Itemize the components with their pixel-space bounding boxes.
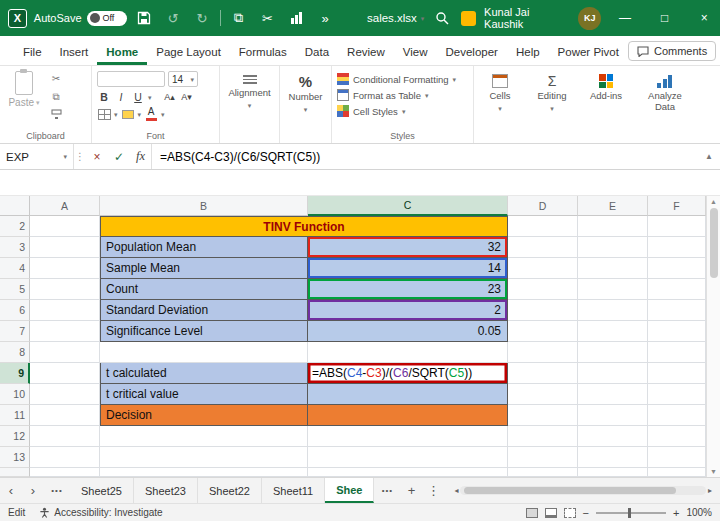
underline-button[interactable]: U (131, 90, 145, 104)
cell-A4[interactable] (30, 258, 100, 279)
close-button[interactable]: × (688, 0, 720, 36)
sheet-list-ellipsis-icon[interactable]: ••• (44, 478, 70, 503)
cell-B13[interactable] (100, 447, 308, 468)
styles-group-label[interactable]: Styles (332, 131, 473, 141)
copy-icon[interactable]: ⧉ (47, 89, 65, 104)
document-title[interactable]: sales.xlsx ▾ (367, 12, 424, 24)
fill-color-icon[interactable] (121, 107, 135, 121)
cell-A5[interactable] (30, 279, 100, 300)
vertical-scroll-thumb[interactable] (710, 208, 718, 278)
cell-D13[interactable] (508, 447, 578, 468)
cut-icon[interactable]: ✂ (47, 71, 65, 86)
row-header-2[interactable]: 2 (0, 216, 30, 237)
sheet-tab-sheet22[interactable]: Sheet22 (198, 478, 262, 503)
cell-E7[interactable] (578, 321, 648, 342)
decrease-font-icon[interactable]: A▾ (180, 90, 194, 104)
cell-A9[interactable] (30, 363, 100, 384)
sheet-options-kebab-icon[interactable]: ⋮ (422, 478, 444, 503)
sheet-tab-active[interactable]: Shee (325, 478, 374, 503)
cell-C12[interactable] (308, 426, 508, 447)
excel-app-icon[interactable]: X (8, 9, 27, 28)
cell-C14[interactable] (308, 468, 508, 477)
cell-F14[interactable] (648, 468, 706, 477)
row-header-13[interactable]: 13 (0, 447, 30, 468)
tab-power-pivot[interactable]: Power Pivot (549, 40, 628, 65)
cells-button[interactable]: Cells ▾ (479, 71, 521, 112)
bold-button[interactable]: B (97, 90, 111, 104)
cell-C11[interactable] (308, 405, 508, 426)
cell-C10[interactable] (308, 384, 508, 405)
alignment-button[interactable]: Alignment ▾ (225, 71, 274, 109)
row-header-11[interactable]: 11 (0, 405, 30, 426)
horizontal-scroll-thumb[interactable] (464, 487, 676, 494)
cell-F6[interactable] (648, 300, 706, 321)
more-commands-icon[interactable]: » (314, 6, 336, 30)
cut-icon[interactable]: ✂ (257, 6, 279, 30)
cell-A3[interactable] (30, 237, 100, 258)
row-header-10[interactable]: 10 (0, 384, 30, 405)
cell-D8[interactable] (508, 342, 578, 363)
cell-E2[interactable] (578, 216, 648, 237)
sheet-tab-sheet23[interactable]: Sheet23 (134, 478, 198, 503)
scroll-right-icon[interactable]: ▸ (708, 486, 712, 495)
cell-A12[interactable] (30, 426, 100, 447)
cell-F11[interactable] (648, 405, 706, 426)
comments-button[interactable]: Comments (628, 41, 716, 61)
zoom-slider-handle[interactable] (628, 508, 631, 518)
row-header-4[interactable]: 4 (0, 258, 30, 279)
clipboard-group-label[interactable]: Clipboard (0, 131, 91, 141)
cell-A6[interactable] (30, 300, 100, 321)
cell-F13[interactable] (648, 447, 706, 468)
cell-D9[interactable] (508, 363, 578, 384)
cell-D7[interactable] (508, 321, 578, 342)
cell-B5[interactable]: Count (100, 279, 308, 300)
column-header-D[interactable]: D (508, 196, 578, 216)
avatar[interactable]: KJ (578, 7, 601, 30)
tab-home[interactable]: Home (97, 40, 147, 65)
row-header-partial[interactable] (0, 468, 30, 477)
tab-page-layout[interactable]: Page Layout (147, 40, 230, 65)
scroll-up-icon[interactable]: ▲ (710, 198, 717, 205)
normal-view-icon[interactable] (526, 508, 538, 518)
minimize-button[interactable]: — (609, 0, 641, 36)
cell-B6[interactable]: Standard Deviation (100, 300, 308, 321)
column-header-C[interactable]: C (308, 196, 508, 216)
cell-E10[interactable] (578, 384, 648, 405)
cell-D6[interactable] (508, 300, 578, 321)
row-header-12[interactable]: 12 (0, 426, 30, 447)
column-header-A[interactable]: A (30, 196, 100, 216)
cell-C5[interactable]: 23 (308, 279, 508, 300)
font-name-select[interactable] (97, 71, 165, 87)
cell-D14[interactable] (508, 468, 578, 477)
enter-button[interactable]: ✓ (108, 144, 130, 169)
increase-font-icon[interactable]: A▴ (163, 90, 177, 104)
cell-B8[interactable] (100, 342, 308, 363)
font-size-select[interactable]: 14▾ (168, 71, 198, 87)
cell-B2-title[interactable]: TINV Function (100, 216, 508, 237)
scroll-left-icon[interactable]: ◂ (454, 486, 458, 495)
paste-button[interactable]: Paste▾ (5, 71, 43, 108)
tab-help[interactable]: Help (507, 40, 549, 65)
zoom-out-icon[interactable]: − (583, 507, 589, 519)
scroll-down-icon[interactable]: ▼ (710, 468, 717, 475)
tab-formulas[interactable]: Formulas (230, 40, 296, 65)
copy-icon[interactable]: ⧉ (228, 6, 250, 30)
chart-icon[interactable] (285, 6, 307, 30)
cell-C8[interactable] (308, 342, 508, 363)
cell-D12[interactable] (508, 426, 578, 447)
cell-A7[interactable] (30, 321, 100, 342)
zoom-in-icon[interactable]: + (673, 507, 679, 519)
row-header-5[interactable]: 5 (0, 279, 30, 300)
cell-E5[interactable] (578, 279, 648, 300)
cell-F10[interactable] (648, 384, 706, 405)
formula-input[interactable]: =ABS(C4-C3)/(C6/SQRT(C5)) (152, 144, 698, 169)
cell-F7[interactable] (648, 321, 706, 342)
cell-A10[interactable] (30, 384, 100, 405)
cell-D5[interactable] (508, 279, 578, 300)
cell-A14[interactable] (30, 468, 100, 477)
tab-data[interactable]: Data (296, 40, 338, 65)
cell-A2[interactable] (30, 216, 100, 237)
cell-D3[interactable] (508, 237, 578, 258)
cell-B11[interactable]: Decision (100, 405, 308, 426)
accessibility-checker[interactable]: Accessibility: Investigate (39, 507, 162, 518)
